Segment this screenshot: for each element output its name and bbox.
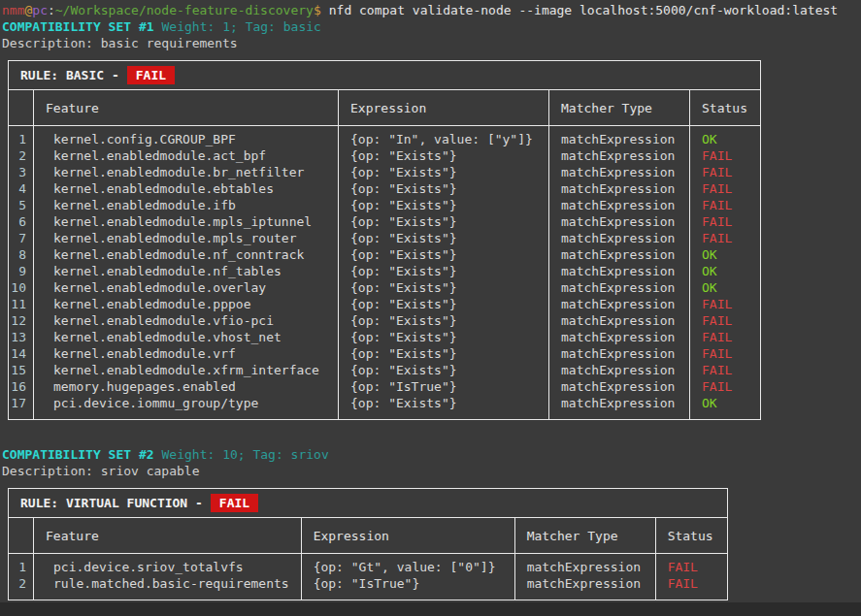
col-header-status: Status xyxy=(655,518,727,554)
window-bottom-edge xyxy=(0,602,861,616)
status-cell: FAIL xyxy=(655,575,727,600)
status-cell: OK xyxy=(690,279,761,296)
matcher-type-cell: matchExpression xyxy=(549,230,690,246)
feature-cell: memory.hugepages.enabled xyxy=(34,378,339,395)
rule-table-virtual-function: RULE: VIRTUAL FUNCTION -FAIL FeatureExpr… xyxy=(8,488,728,600)
set1-description: Description: basic requirements xyxy=(2,35,861,51)
row-number: 2 xyxy=(9,147,34,164)
rule-header-row: RULE: VIRTUAL FUNCTION -FAIL xyxy=(9,489,728,518)
prompt-host: pc xyxy=(32,3,48,17)
expression-cell: {op: "In", value: ["y"]} xyxy=(339,126,549,148)
rule-header-row: RULE: BASIC -FAIL xyxy=(9,61,761,90)
matcher-type-cell: matchExpression xyxy=(549,164,690,180)
table-row: 7kernel.enabledmodule.mpls_router{op: "E… xyxy=(9,230,761,246)
matcher-type-cell: matchExpression xyxy=(549,378,690,395)
feature-cell: kernel.config.CGROUP_BPF xyxy=(34,126,339,148)
matcher-type-cell: matchExpression xyxy=(514,554,655,576)
expression-cell: {op: "Exists"} xyxy=(339,147,549,164)
set1-meta: Weight: 1; Tag: basic xyxy=(162,19,321,34)
expression-cell: {op: "Exists"} xyxy=(339,213,549,230)
expression-cell: {op: "Exists"} xyxy=(339,246,549,263)
table-row: 8kernel.enabledmodule.nf_conntrack{op: "… xyxy=(9,246,761,263)
table-row: 11kernel.enabledmodule.pppoe{op: "Exists… xyxy=(9,296,761,312)
matcher-type-cell: matchExpression xyxy=(549,279,690,296)
matcher-type-cell: matchExpression xyxy=(549,197,690,213)
expression-cell: {op: "Exists"} xyxy=(339,296,549,312)
matcher-type-cell: matchExpression xyxy=(549,362,690,378)
table-row: 13kernel.enabledmodule.vhost_net{op: "Ex… xyxy=(9,329,761,345)
prompt-path: ~/Workspace/node-feature-discovery xyxy=(55,3,314,17)
set1-heading: COMPATIBILITY SET #1Weight: 1; Tag: basi… xyxy=(2,18,861,35)
table-row: 1kernel.config.CGROUP_BPF{op: "In", valu… xyxy=(9,126,761,148)
row-number: 15 xyxy=(9,362,34,378)
table-row: 3kernel.enabledmodule.br_netfilter{op: "… xyxy=(9,164,761,180)
status-cell: OK xyxy=(690,395,761,420)
table-row: 4kernel.enabledmodule.ebtables{op: "Exis… xyxy=(9,180,761,197)
row-number: 1 xyxy=(9,126,34,148)
rule-header-cell: RULE: BASIC -FAIL xyxy=(9,61,761,90)
column-header-row: FeatureExpressionMatcher TypeStatus xyxy=(9,90,761,126)
expression-cell: {op: "Exists"} xyxy=(339,395,549,420)
table-row: 15kernel.enabledmodule.xfrm_interface{op… xyxy=(9,362,761,378)
feature-cell: kernel.enabledmodule.mpls_router xyxy=(34,230,339,246)
rule-status-badge: FAIL xyxy=(127,66,175,84)
expression-cell: {op: "Exists"} xyxy=(339,345,549,362)
matcher-type-cell: matchExpression xyxy=(549,345,690,362)
status-cell: FAIL xyxy=(690,296,761,312)
set2-meta: Weight: 10; Tag: sriov xyxy=(162,447,329,462)
prompt-line: nmm@pc:~/Workspace/node-feature-discover… xyxy=(2,2,861,18)
table-row: 2kernel.enabledmodule.act_bpf{op: "Exist… xyxy=(9,147,761,164)
status-cell: FAIL xyxy=(690,213,761,230)
table-row: 1pci.device.sriov_totalvfs{op: "Gt", val… xyxy=(9,554,728,576)
status-cell: FAIL xyxy=(690,197,761,213)
matcher-type-cell: matchExpression xyxy=(549,213,690,230)
expression-cell: {op: "Exists"} xyxy=(339,164,549,180)
row-number: 13 xyxy=(9,329,34,345)
table-row: 16memory.hugepages.enabled{op: "IsTrue"}… xyxy=(9,378,761,395)
col-header-row-number xyxy=(9,90,34,126)
status-cell: FAIL xyxy=(690,329,761,345)
col-header-feature: Feature xyxy=(34,518,302,554)
matcher-type-cell: matchExpression xyxy=(549,296,690,312)
status-cell: FAIL xyxy=(690,230,761,246)
feature-cell: kernel.enabledmodule.overlay xyxy=(34,279,339,296)
col-header-matcher-type: Matcher Type xyxy=(549,90,690,126)
matcher-type-cell: matchExpression xyxy=(549,312,690,329)
status-cell: FAIL xyxy=(690,345,761,362)
table-row: 14kernel.enabledmodule.vrf{op: "Exists"}… xyxy=(9,345,761,362)
status-cell: FAIL xyxy=(690,180,761,197)
rule-table-basic: RULE: BASIC -FAIL FeatureExpressionMatch… xyxy=(8,60,761,420)
matcher-type-cell: matchExpression xyxy=(549,147,690,164)
feature-cell: kernel.enabledmodule.ebtables xyxy=(34,180,339,197)
col-header-matcher-type: Matcher Type xyxy=(514,518,655,554)
set2-description: Description: sriov capable xyxy=(2,463,861,479)
terminal-output: nmm@pc:~/Workspace/node-feature-discover… xyxy=(0,0,861,600)
status-cell: OK xyxy=(690,246,761,263)
col-header-status: Status xyxy=(690,90,761,126)
feature-cell: rule.matched.basic-requirements xyxy=(34,575,302,600)
terminal-window[interactable]: nmm@pc:~/Workspace/node-feature-discover… xyxy=(0,0,861,616)
status-cell: FAIL xyxy=(690,147,761,164)
expression-cell: {op: "Gt", value: ["0"]} xyxy=(301,554,514,576)
rule-header-cell: RULE: VIRTUAL FUNCTION -FAIL xyxy=(9,489,728,518)
matcher-type-cell: matchExpression xyxy=(549,263,690,279)
prompt-symbol: $ xyxy=(314,3,321,17)
rule-table-body: 1pci.device.sriov_totalvfs{op: "Gt", val… xyxy=(9,554,728,600)
col-header-expression: Expression xyxy=(339,90,549,126)
table-row: 9kernel.enabledmodule.nf_tables{op: "Exi… xyxy=(9,263,761,279)
expression-cell: {op: "Exists"} xyxy=(339,263,549,279)
feature-cell: kernel.enabledmodule.vhost_net xyxy=(34,329,339,345)
expression-cell: {op: "Exists"} xyxy=(339,230,549,246)
matcher-type-cell: matchExpression xyxy=(549,126,690,148)
status-cell: OK xyxy=(690,126,761,148)
feature-cell: kernel.enabledmodule.act_bpf xyxy=(34,147,339,164)
set2-section: COMPATIBILITY SET #2Weight: 10; Tag: sri… xyxy=(2,446,861,600)
set2-heading: COMPATIBILITY SET #2Weight: 10; Tag: sri… xyxy=(2,446,861,463)
row-number: 12 xyxy=(9,312,34,329)
row-number: 5 xyxy=(9,197,34,213)
row-number: 2 xyxy=(9,575,34,600)
expression-cell: {op: "Exists"} xyxy=(339,180,549,197)
feature-cell: kernel.enabledmodule.pppoe xyxy=(34,296,339,312)
status-cell: FAIL xyxy=(690,362,761,378)
expression-cell: {op: "Exists"} xyxy=(339,197,549,213)
